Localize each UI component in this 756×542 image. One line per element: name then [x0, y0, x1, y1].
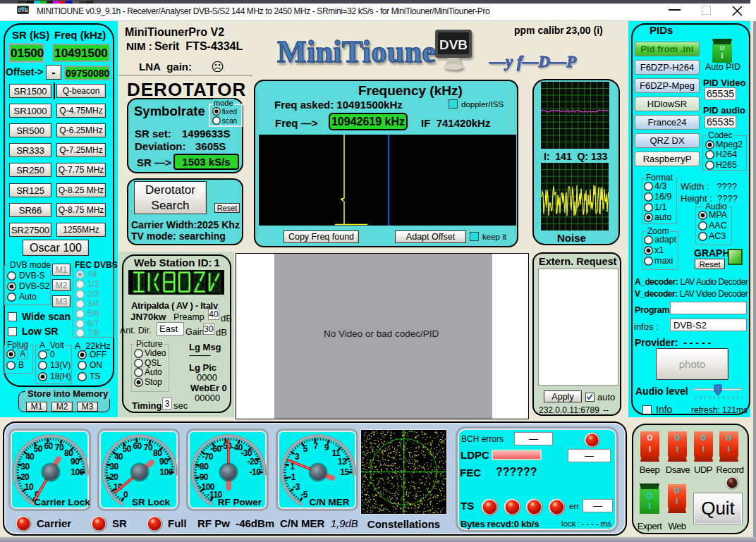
svg-text:-50: -50 [221, 441, 233, 451]
svg-text:—y f—D—P: —y f—D—P [489, 53, 577, 70]
svg-text:-1: -1 [288, 472, 295, 482]
svg-text:-90: -90 [197, 472, 209, 482]
svg-text:30: 30 [109, 462, 118, 472]
svg-text:5: 5 [303, 444, 308, 454]
svg-text:50: 50 [34, 444, 43, 454]
svg-text:7: 7 [314, 441, 319, 451]
svg-text:13: 13 [338, 457, 347, 467]
svg-text:-80: -80 [197, 462, 209, 472]
svg-text:10: 10 [25, 482, 34, 492]
svg-text:3: 3 [295, 452, 300, 462]
svg-text:60: 60 [133, 441, 142, 451]
svg-text:100: 100 [71, 467, 84, 477]
svg-text:30: 30 [20, 462, 30, 472]
svg-text:90: 90 [159, 457, 169, 467]
svg-text:70: 70 [144, 443, 153, 452]
svg-text:9: 9 [324, 443, 329, 452]
svg-text:-100: -100 [199, 482, 215, 492]
svg-text:15: 15 [340, 467, 349, 477]
svg-text:60: 60 [44, 441, 53, 451]
svg-text:-3: -3 [293, 482, 300, 492]
svg-text:100: 100 [159, 467, 173, 477]
svg-text:DVB: DVB [439, 37, 468, 52]
svg-text:20: 20 [109, 472, 118, 482]
svg-text:-20: -20 [247, 457, 259, 467]
svg-text:50: 50 [123, 444, 132, 454]
svg-text:20: 20 [20, 472, 30, 482]
svg-text:-10: -10 [250, 467, 262, 477]
svg-text:MiniTioune: MiniTioune [277, 35, 436, 69]
svg-text:70: 70 [55, 443, 64, 452]
svg-text:90: 90 [71, 457, 80, 467]
